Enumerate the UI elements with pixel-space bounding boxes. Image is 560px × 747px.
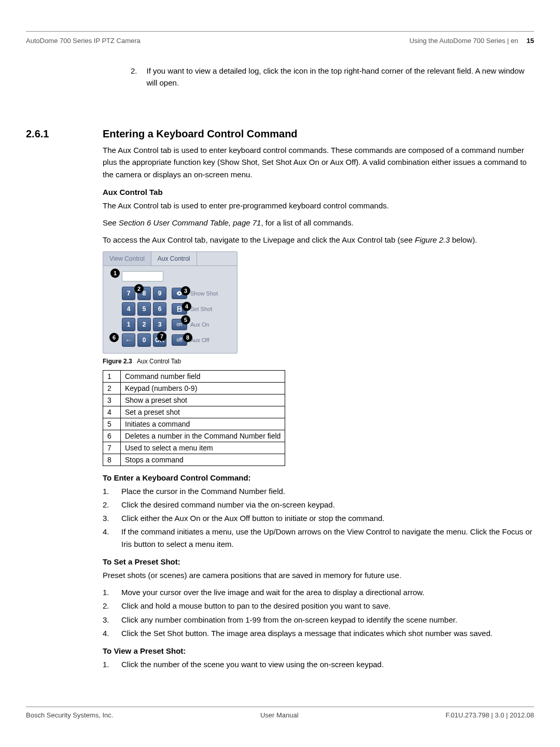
page-footer: Bosch Security Systems, Inc. User Manual… [26, 711, 534, 719]
table-cell-num: 1 [103, 370, 121, 382]
key-back[interactable]: ← [122, 333, 135, 347]
aux-control-panel: View Control Aux Control 7 8 9 4 5 6 1 2… [103, 251, 237, 354]
aux-off-row: off Aux Off [172, 333, 218, 347]
table-cell-num: 8 [103, 454, 121, 466]
table-cell-num: 2 [103, 382, 121, 394]
step-text: Click the desired command number via the… [121, 499, 335, 511]
key-5[interactable]: 5 [137, 302, 151, 316]
table-cell-desc: Stops a command [121, 454, 285, 466]
figure-caption: Figure 2.3 Aux Control Tab [103, 358, 534, 365]
table-cell-desc: Deletes a number in the Command Number f… [121, 430, 285, 442]
header-rule [26, 31, 534, 32]
header-left: AutoDome 700 Series IP PTZ Camera [26, 37, 141, 45]
table-cell-num: 4 [103, 406, 121, 418]
reference-table-body: 1Command number field 2Keypad (numbers 0… [103, 370, 285, 466]
table-cell-desc: Show a preset shot [121, 394, 285, 406]
section-number: 2.6.1 [26, 128, 93, 675]
aux-p3-pre: To access the Aux Control tab, navigate … [103, 235, 415, 244]
table-row: 7Used to select a menu item [103, 442, 285, 454]
list-item: 1.Click the number of the scene you want… [103, 658, 534, 670]
table-cell-num: 6 [103, 430, 121, 442]
callout-5: 5 [181, 315, 190, 325]
list-item: 2.Click the desired command number via t… [103, 499, 534, 511]
intro-step-text: If you want to view a detailed log, clic… [147, 65, 534, 89]
table-cell-desc: Keypad (numbers 0-9) [121, 382, 285, 394]
step-text: Click the number of the scene you want t… [121, 658, 384, 670]
callout-6: 6 [109, 333, 119, 342]
set-shot-intro: Preset shots (or scenes) are camera posi… [103, 569, 534, 581]
key-3[interactable]: 3 [153, 318, 166, 331]
table-row: 3Show a preset shot [103, 394, 285, 406]
table-cell-desc: Used to select a menu item [121, 442, 285, 454]
aux-p3-em: Figure 2.3 [415, 235, 450, 244]
key-0[interactable]: 0 [137, 333, 151, 347]
header-section: Using the AutoDome 700 Series | en [409, 37, 518, 45]
step-text: If the command initiates a menu, use the… [121, 526, 534, 550]
list-item: 1.Move your cursor over the live image a… [103, 586, 534, 598]
aux-p3-post: below). [450, 235, 478, 244]
section-para: The Aux Control tab is used to enter key… [103, 144, 534, 180]
intro-step-number: 2. [131, 65, 137, 89]
step-number: 1. [103, 658, 112, 670]
step-number: 4. [103, 627, 112, 639]
section-body: Entering a Keyboard Control Command The … [103, 128, 534, 675]
step-number: 1. [103, 586, 112, 598]
step-text: Move your cursor over the live image and… [121, 586, 424, 598]
keypad-area: 7 8 9 4 5 6 1 2 3 ← 0 OK [103, 284, 237, 353]
intro-step: 2. If you want to view a detailed log, c… [131, 65, 534, 89]
list-item: 3.Click any number combination from 1-99… [103, 614, 534, 626]
table-cell-num: 3 [103, 394, 121, 406]
list-item: 4.Click the Set Shot button. The image a… [103, 627, 534, 639]
aux-p2: See Section 6 User Command Table, page 7… [103, 217, 534, 229]
panel-tabs: View Control Aux Control [103, 252, 237, 266]
set-shot-row: Set Shot [172, 302, 218, 316]
tab-view-control[interactable]: View Control [103, 252, 151, 265]
step-text: Click any number combination from 1-99 f… [121, 614, 457, 626]
section-title: Entering a Keyboard Control Command [103, 128, 534, 140]
callout-7: 7 [157, 332, 166, 341]
footer-left: Bosch Security Systems, Inc. [26, 711, 113, 719]
show-shot-row: Show Shot [172, 287, 218, 300]
table-cell-desc: Command number field [121, 370, 285, 382]
table-row: 6Deletes a number in the Command Number … [103, 430, 285, 442]
view-shot-steps: 1.Click the number of the scene you want… [103, 658, 534, 670]
running-header: AutoDome 700 Series IP PTZ Camera Using … [26, 37, 534, 45]
step-text: Click either the Aux On or the Aux Off b… [121, 512, 385, 524]
command-number-field[interactable] [122, 271, 163, 281]
page-root: AutoDome 700 Series IP PTZ Camera Using … [0, 0, 560, 747]
callout-2: 2 [134, 284, 144, 293]
key-7[interactable]: 7 [122, 287, 135, 300]
tab-aux-control[interactable]: Aux Control [151, 252, 197, 265]
reference-table: 1Command number field 2Keypad (numbers 0… [103, 370, 285, 466]
step-text: Click the Set Shot button. The image are… [121, 627, 493, 639]
table-row: 2Keypad (numbers 0-9) [103, 382, 285, 394]
left-spacer-1 [26, 65, 93, 103]
footer-right: F.01U.273.798 | 3.0 | 2012.08 [445, 711, 534, 719]
list-item: 4.If the command initiates a menu, use t… [103, 526, 534, 550]
side-buttons: Show Shot Set Shot on Aux On [172, 287, 218, 347]
aux-on-label: Aux On [190, 321, 209, 328]
step-number: 3. [103, 512, 112, 524]
key-9[interactable]: 9 [153, 287, 166, 300]
step-text: Place the cursor in the Command Number f… [121, 485, 285, 497]
aux-p3: To access the Aux Control tab, navigate … [103, 234, 534, 246]
figure-caption-text: Aux Control Tab [137, 358, 181, 365]
footer-rule [26, 707, 534, 707]
key-4[interactable]: 4 [122, 302, 135, 316]
table-cell-desc: Set a preset shot [121, 406, 285, 418]
header-page-number: 15 [527, 37, 534, 45]
figure-label: Figure 2.3 [103, 358, 132, 365]
table-cell-desc: Initiates a command [121, 418, 285, 430]
show-shot-label: Show Shot [190, 290, 218, 297]
set-shot-steps: 1.Move your cursor over the live image a… [103, 586, 534, 639]
table-row: 8Stops a command [103, 454, 285, 466]
aux-heading: Aux Control Tab [103, 188, 534, 196]
step-number: 2. [103, 600, 112, 612]
step-number: 2. [103, 499, 112, 511]
key-2[interactable]: 2 [137, 318, 151, 331]
table-row: 1Command number field [103, 370, 285, 382]
key-1[interactable]: 1 [122, 318, 135, 331]
callout-4: 4 [182, 302, 191, 311]
aux-p2-pre: See [103, 218, 119, 227]
key-6[interactable]: 6 [153, 302, 166, 316]
